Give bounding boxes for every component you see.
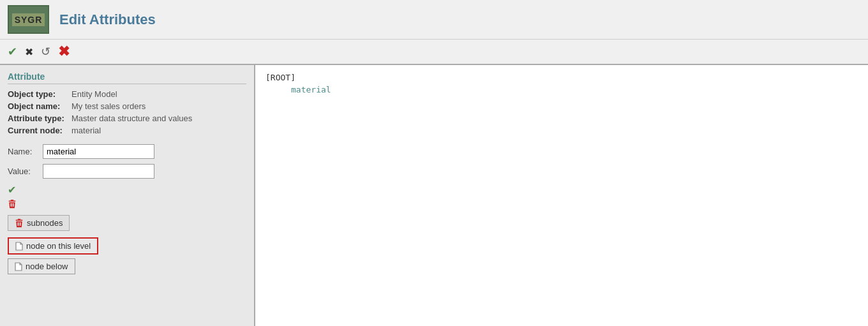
svg-rect-5 (16, 219, 23, 221)
object-name-label: Object name: (8, 101, 71, 111)
section-title: Attribute (8, 71, 246, 84)
confirm-icon: ✔ (8, 45, 17, 59)
close-icon: ✖ (58, 43, 70, 60)
close-button[interactable]: ✖ (58, 43, 70, 60)
cancel-button[interactable]: ✖ (25, 46, 33, 58)
svg-rect-2 (11, 203, 12, 206)
value-input[interactable] (43, 164, 154, 179)
svg-rect-3 (13, 203, 14, 206)
object-type-value: Entity Model (71, 89, 117, 99)
object-type-row: Object type: Entity Model (8, 89, 246, 99)
logo-text: SYGR (12, 13, 45, 26)
svg-rect-7 (20, 222, 21, 225)
name-label: Name: (8, 147, 43, 156)
doc-icon-below (15, 262, 22, 271)
node-below-label: node below (26, 262, 68, 271)
value-label: Value: (8, 167, 43, 176)
svg-rect-4 (18, 219, 21, 220)
tree-root: [ROOT] (266, 73, 858, 82)
toolbar: ✔ ✖ ↺ ✖ (0, 40, 868, 65)
attribute-type-label: Attribute type: (8, 114, 71, 123)
subnodes-label: subnodes (27, 218, 63, 228)
undo-button[interactable]: ↺ (41, 45, 50, 59)
current-node-row: Current node: material (8, 126, 246, 135)
svg-rect-1 (9, 201, 16, 202)
node-this-level-button[interactable]: node on this level (8, 237, 98, 255)
logo: SYGR (8, 5, 49, 34)
name-input[interactable] (43, 144, 154, 159)
confirm-button[interactable]: ✔ (8, 45, 17, 59)
svg-rect-6 (18, 222, 19, 225)
attribute-type-row: Attribute type: Master data structure an… (8, 114, 246, 123)
undo-icon: ↺ (41, 45, 50, 59)
node-below-button[interactable]: node below (8, 258, 75, 274)
save-item-button[interactable]: ✔ (8, 184, 16, 196)
object-type-label: Object type: (8, 89, 71, 99)
object-name-row: Object name: My test sales orders (8, 101, 246, 111)
node-this-level-label: node on this level (26, 241, 91, 251)
left-panel: Attribute Object type: Entity Model Obje… (0, 65, 255, 326)
right-panel: [ROOT] material (255, 65, 868, 326)
page-title: Edit Attributes (59, 11, 156, 28)
action-row-delete (8, 200, 246, 211)
delete-item-button[interactable] (8, 200, 17, 211)
name-row: Name: (8, 144, 246, 159)
main-container: Attribute Object type: Entity Model Obje… (0, 65, 868, 326)
subnodes-trash-icon (15, 219, 24, 228)
attribute-type-value: Master data structure and values (71, 114, 192, 123)
cancel-icon: ✖ (25, 46, 33, 58)
tree-child-material: material (291, 85, 858, 94)
action-row-check: ✔ (8, 184, 246, 196)
subnodes-button[interactable]: subnodes (8, 215, 70, 231)
value-row: Value: (8, 164, 246, 179)
check-icon: ✔ (8, 184, 16, 195)
current-node-value: material (71, 126, 101, 135)
header: SYGR Edit Attributes (0, 0, 868, 40)
svg-rect-0 (11, 200, 14, 201)
object-name-value: My test sales orders (71, 101, 146, 111)
current-node-label: Current node: (8, 126, 71, 135)
trash-icon (8, 200, 17, 209)
info-section: Object type: Entity Model Object name: M… (8, 89, 246, 135)
doc-icon-level (15, 242, 23, 251)
